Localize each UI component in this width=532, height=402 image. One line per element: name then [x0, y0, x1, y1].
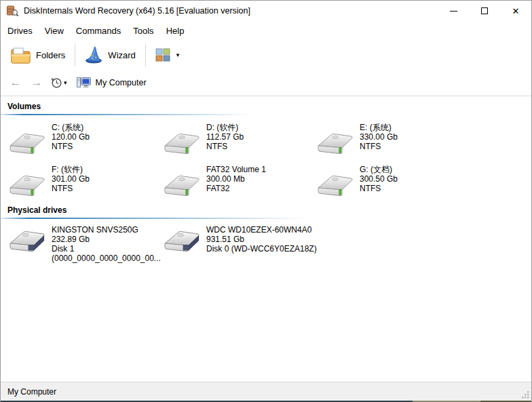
drive-filesystem: NTFS — [52, 184, 90, 193]
menu-bar: Drives View Commands Tools Help — [1, 21, 531, 40]
drive-disk-number: Disk 1 — [52, 244, 161, 254]
drive-size: 300.00 Mb — [206, 174, 266, 184]
physical-disk-icon — [9, 228, 47, 254]
drive-name: F: (软件) — [52, 165, 90, 174]
drive-filesystem: NTFS — [52, 142, 90, 151]
toolbar-separator — [145, 43, 146, 66]
hard-drive-icon — [164, 130, 202, 156]
physical-drives-grid: KINGSTON SNVS250G 232.89 Gb Disk 1 (0000… — [1, 219, 531, 273]
app-icon — [6, 5, 19, 17]
drive-serial: (0000_0000_0000_0000_00... — [52, 254, 161, 263]
window-controls: ✕ — [438, 1, 531, 21]
drive-name: FAT32 Volume 1 — [206, 165, 266, 174]
volume-item-f[interactable]: F: (软件) 301.00 Gb NTFS — [9, 164, 90, 198]
drive-size: 232.89 Gb — [52, 235, 161, 244]
drive-size: 931.51 Gb — [206, 235, 317, 244]
drive-size: 112.57 Gb — [206, 132, 244, 142]
resize-grip[interactable] — [522, 391, 529, 399]
drive-name: KINGSTON SNVS250G — [52, 225, 161, 235]
physical-drives-section-header: Physical drives — [7, 205, 531, 215]
location-label: My Computer — [96, 78, 147, 87]
hard-drive-icon — [317, 130, 355, 156]
chevron-down-icon: ▾ — [176, 52, 180, 58]
volume-item-e[interactable]: E: (系统) 330.00 Gb NTFS — [317, 122, 398, 156]
maximize-icon — [481, 7, 488, 14]
menu-help[interactable]: Help — [160, 21, 191, 40]
chevron-down-icon: ▾ — [64, 79, 67, 86]
drive-size: 120.00 Gb — [52, 132, 90, 142]
hard-drive-icon — [9, 172, 47, 198]
drive-size: 300.50 Gb — [360, 174, 398, 184]
view-mode-button[interactable]: ▾ — [150, 44, 185, 66]
menu-commands[interactable]: Commands — [70, 21, 127, 40]
physical-drive-item-wdc[interactable]: WDC WD10EZEX-60WN4A0 931.51 Gb Disk 0 (W… — [164, 224, 317, 254]
toolbar: Folders Wizard ▾ — [1, 40, 531, 70]
close-icon: ✕ — [512, 7, 520, 16]
drive-size: 301.00 Gb — [52, 174, 90, 184]
physical-drive-item-kingston[interactable]: KINGSTON SNVS250G 232.89 Gb Disk 1 (0000… — [9, 224, 161, 263]
menu-view[interactable]: View — [39, 21, 70, 40]
folders-icon — [10, 46, 31, 64]
drive-filesystem: NTFS — [360, 142, 398, 151]
drive-filesystem: FAT32 — [206, 184, 266, 193]
hard-drive-icon — [164, 172, 202, 198]
hard-drive-icon — [317, 172, 355, 198]
wizard-button[interactable]: Wizard — [79, 42, 140, 68]
volume-item-c[interactable]: C: (系统) 120.00 Gb NTFS — [9, 122, 90, 156]
drive-name: D: (软件) — [206, 123, 244, 132]
drive-name: G: (文档) — [360, 165, 398, 174]
drive-disk-number: Disk 0 (WD-WCC6Y0EZA18Z) — [206, 244, 317, 254]
volumes-section-header: Volumes — [7, 102, 531, 111]
drive-filesystem: NTFS — [206, 142, 244, 151]
drive-filesystem: NTFS — [360, 184, 398, 193]
menu-tools[interactable]: Tools — [127, 21, 159, 40]
my-computer-icon — [77, 77, 92, 89]
drive-name: C: (系统) — [52, 123, 90, 132]
app-window: DiskInternals Word Recovery (x64) 5.16 [… — [0, 0, 532, 402]
view-mode-icon — [155, 48, 170, 62]
toolbar-separator — [75, 43, 75, 66]
drive-name: E: (系统) — [360, 123, 398, 132]
history-button[interactable]: ▾ — [51, 77, 67, 89]
volume-item-fat32[interactable]: FAT32 Volume 1 300.00 Mb FAT32 — [164, 164, 266, 198]
maximize-button[interactable] — [469, 1, 500, 21]
navigation-bar: ← → ▾ My Computer — [1, 70, 531, 96]
window-title: DiskInternals Word Recovery (x64) 5.16 [… — [24, 6, 250, 16]
title-bar: DiskInternals Word Recovery (x64) 5.16 [… — [1, 1, 531, 21]
folders-label: Folders — [36, 50, 65, 60]
minimize-icon — [450, 11, 457, 12]
hard-drive-icon — [9, 130, 47, 156]
drive-name: WDC WD10EZEX-60WN4A0 — [206, 225, 317, 235]
wizard-label: Wizard — [108, 50, 135, 60]
drive-size: 330.00 Gb — [360, 132, 398, 142]
volume-item-g[interactable]: G: (文档) 300.50 Gb NTFS — [317, 164, 398, 198]
status-bar: My Computer — [1, 382, 531, 401]
history-clock-icon — [51, 77, 62, 89]
menu-drives[interactable]: Drives — [1, 21, 39, 40]
close-button[interactable]: ✕ — [500, 1, 531, 21]
drive-list-panel: Volumes C: (系统) 120.00 Gb NTFS — [1, 96, 531, 382]
status-text: My Computer — [7, 387, 56, 397]
forward-button[interactable]: → — [28, 76, 45, 89]
volumes-grid: C: (系统) 120.00 Gb NTFS D: (软件) 112.57 Gb… — [1, 115, 531, 200]
volume-item-d[interactable]: D: (软件) 112.57 Gb NTFS — [164, 122, 244, 156]
current-location: My Computer — [77, 77, 147, 89]
folders-button[interactable]: Folders — [5, 42, 71, 68]
wizard-icon — [85, 46, 103, 64]
back-button[interactable]: ← — [7, 76, 24, 89]
minimize-button[interactable] — [438, 1, 469, 21]
physical-disk-icon — [164, 228, 202, 254]
